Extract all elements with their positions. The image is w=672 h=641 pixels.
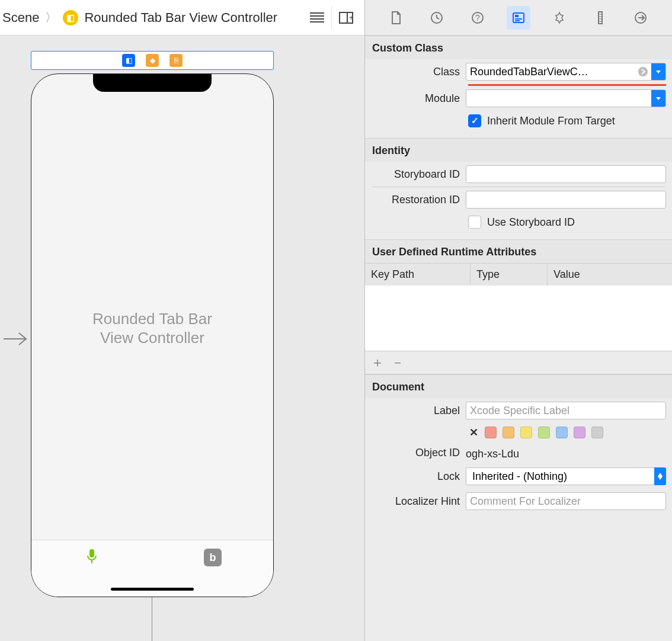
udra-table-body[interactable] [365, 286, 672, 351]
breadcrumb[interactable]: Scene 〉 ◧ Rounded Tab Bar View Controlle… [2, 9, 298, 25]
inherit-module-checkbox[interactable] [468, 114, 481, 127]
phone-placeholder-label: Rounded Tab Bar View Controller [31, 309, 273, 348]
inherit-module-row[interactable]: Inherit Module From Target [365, 111, 672, 138]
svg-text:+: + [349, 14, 353, 22]
navigate-to-class-icon[interactable] [635, 63, 651, 80]
module-input[interactable] [466, 92, 651, 105]
restoration-id-field[interactable] [466, 191, 666, 209]
exit-icon[interactable]: ⎘ [169, 54, 183, 67]
storyboard-id-label: Storyboard ID [372, 168, 461, 181]
outline-icon[interactable] [303, 6, 331, 30]
svg-point-24 [638, 67, 648, 76]
history-inspector-icon[interactable] [425, 6, 449, 30]
assistant-icon[interactable]: + [331, 6, 360, 30]
color-green[interactable] [538, 427, 550, 438]
color-orange[interactable] [503, 427, 514, 438]
module-dropdown-button[interactable] [651, 89, 665, 107]
chevron-right-icon: 〉 [45, 9, 57, 25]
canvas-toolbar: Scene 〉 ◧ Rounded Tab Bar View Controlle… [0, 0, 364, 36]
identity-header: Identity [365, 138, 672, 162]
object-id-label: Object ID [372, 447, 461, 459]
device-frame[interactable]: Rounded Tab Bar View Controller b [31, 73, 274, 597]
identity-inspector-icon[interactable] [507, 6, 530, 30]
use-sid-label: Use Storyboard ID [487, 216, 575, 229]
entry-point-arrow-icon[interactable] [2, 331, 28, 347]
color-gray[interactable] [591, 427, 603, 438]
svg-text:?: ? [475, 13, 480, 23]
inspector-tab-row: ? [365, 0, 672, 36]
color-yellow[interactable] [520, 427, 532, 438]
class-combobox[interactable] [466, 63, 666, 81]
doc-label-label: Label [372, 405, 461, 417]
svg-marker-28 [658, 476, 663, 480]
lock-caret-icon[interactable] [654, 467, 666, 485]
use-sid-checkbox[interactable] [468, 216, 481, 229]
document-header: Document [365, 374, 672, 398]
color-blue[interactable] [556, 427, 568, 438]
lock-dropdown[interactable]: Inherited - (Nothing) [466, 467, 666, 485]
device-notch [93, 74, 212, 92]
udra-tools: ＋ － [365, 351, 672, 374]
attributes-inspector-icon[interactable] [548, 6, 571, 30]
svg-rect-17 [599, 12, 602, 24]
inspector-pane: ? Custom Class Class [365, 0, 672, 641]
doc-label-field[interactable] [466, 402, 666, 419]
canvas-bg[interactable]: ◧ ◆ ⎘ Rounded Tab Bar View Controller b [0, 36, 364, 641]
class-dropdown-button[interactable] [651, 63, 665, 81]
lock-select[interactable]: Inherited - (Nothing) [466, 467, 666, 485]
inherit-module-label: Inherit Module From Target [487, 115, 615, 127]
first-responder-icon[interactable]: ◆ [146, 54, 159, 67]
phone-label-line1: Rounded Tab Bar [92, 310, 212, 328]
module-label: Module [372, 92, 461, 105]
class-input[interactable] [466, 66, 635, 78]
connections-inspector-icon[interactable] [629, 6, 652, 30]
lock-label: Lock [372, 470, 461, 483]
controller-icon[interactable]: ◧ [122, 54, 135, 67]
color-purple[interactable] [574, 427, 585, 438]
udra-table[interactable]: Key Path Type Value [365, 263, 672, 351]
localizer-hint-field[interactable] [466, 492, 666, 510]
module-combobox[interactable] [466, 89, 666, 107]
file-inspector-icon[interactable] [384, 6, 408, 30]
storyboard-id-field[interactable] [466, 165, 666, 183]
canvas-toolbar-right: + [303, 6, 360, 30]
remove-attribute-button[interactable]: － [391, 356, 404, 369]
phone-label-line2: View Controller [100, 329, 204, 347]
home-indicator [111, 588, 194, 591]
custom-class-header: Custom Class [365, 36, 672, 59]
object-id-value: ogh-xs-Ldu [466, 446, 666, 460]
udra-col-value[interactable]: Value [548, 264, 672, 286]
breadcrumb-scene[interactable]: Scene [2, 10, 39, 25]
segue-line[interactable] [152, 597, 152, 641]
udra-header: User Defined Runtime Attributes [365, 239, 672, 263]
udra-col-type[interactable]: Type [471, 264, 548, 286]
scene-controller-icon: ◧ [63, 10, 78, 25]
help-inspector-icon[interactable]: ? [466, 6, 489, 30]
use-sid-row[interactable]: Use Storyboard ID [365, 212, 672, 239]
color-red[interactable] [485, 427, 497, 438]
svg-marker-26 [656, 97, 661, 100]
scene-title-bar[interactable]: ◧ ◆ ⎘ [31, 51, 274, 70]
no-color-button[interactable]: ✕ [468, 427, 479, 438]
localizer-hint-label: Localizer Hint [372, 495, 461, 508]
udra-table-header: Key Path Type Value [365, 264, 672, 286]
canvas-pane: Scene 〉 ◧ Rounded Tab Bar View Controlle… [0, 0, 365, 641]
microphone-icon [85, 549, 98, 568]
udra-col-keypath[interactable]: Key Path [365, 264, 471, 286]
b-app-icon: b [204, 549, 222, 566]
svg-rect-8 [89, 549, 94, 557]
size-inspector-icon[interactable] [588, 6, 612, 30]
add-attribute-button[interactable]: ＋ [371, 356, 384, 369]
svg-rect-14 [515, 15, 519, 17]
svg-marker-25 [656, 70, 661, 73]
class-label: Class [372, 66, 461, 78]
breadcrumb-controller[interactable]: Rounded Tab Bar View Controller [84, 10, 277, 25]
restoration-id-label: Restoration ID [372, 194, 461, 206]
doc-color-row: ✕ [365, 423, 672, 442]
